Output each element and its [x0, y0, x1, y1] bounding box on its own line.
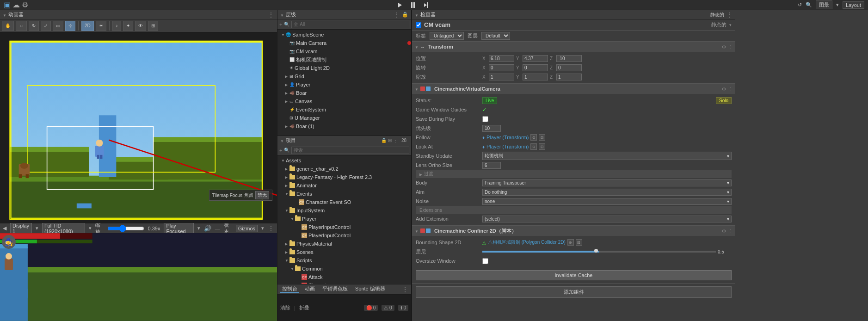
invalidate-cache-btn[interactable]: Invalidate Cache — [416, 270, 732, 280]
position-y[interactable] — [523, 55, 548, 62]
tree-item-eventsystem[interactable]: ⚡ EventSystem — [277, 105, 411, 114]
standby-dropdown[interactable]: 轮循机制 ▾ — [482, 152, 732, 160]
lookat-btn1[interactable]: ⊙ — [530, 143, 537, 150]
tree-assets[interactable]: Assets — [277, 156, 411, 165]
fx-btn[interactable]: ✦ — [123, 21, 133, 31]
add-ext-dropdown[interactable]: (select) ▾ — [482, 216, 732, 222]
confiner-header[interactable]: Cinemachine Confiner 2D（脚本） ⚙ ⋮ — [412, 226, 735, 236]
mute-icon[interactable]: — — [215, 226, 220, 231]
sdp-checkbox[interactable] — [482, 116, 488, 122]
position-z[interactable] — [556, 55, 582, 62]
add-component-btn[interactable]: 添加组件 — [416, 286, 732, 298]
tree-item-boar1[interactable]: 🐗 Boar (1) — [277, 122, 411, 130]
tree-item-maincamera[interactable]: 📷 Main Camera — [277, 39, 411, 47]
bounding-btn2[interactable]: ⊡ — [576, 239, 582, 246]
scale-tool[interactable]: ⤢ — [41, 21, 51, 31]
inspector-menu[interactable]: ⋮ — [726, 11, 733, 19]
confiner-settings[interactable]: ⚙ — [722, 228, 726, 234]
lookat-btn2[interactable]: ⊡ — [539, 143, 545, 150]
console-tab-tilemap[interactable]: 平铺调色板 — [320, 285, 350, 293]
transform-tool[interactable]: ⊹ — [65, 21, 75, 31]
tree-char-event-so[interactable]: C# Character Event SO — [277, 198, 411, 206]
transform-menu[interactable]: ⋮ — [728, 44, 733, 49]
tree-item-canvas[interactable]: ▭ Canvas — [277, 97, 411, 105]
tree-item-uimanager[interactable]: ⊞ UIManager — [277, 114, 411, 122]
lighting-btn[interactable]: ☀ — [96, 21, 106, 31]
layout-value[interactable]: Layout — [843, 1, 864, 9]
rect-tool[interactable]: ▭ — [53, 21, 63, 31]
tree-events[interactable]: Events — [277, 190, 411, 198]
console-menu[interactable]: ⋮ — [402, 286, 408, 293]
hierarchy-search[interactable] — [291, 21, 409, 28]
position-x[interactable] — [489, 55, 514, 62]
confiner-menu[interactable]: ⋮ — [728, 228, 733, 234]
tree-item-samplescene[interactable]: 🌐 SampleScene — [277, 31, 411, 39]
rotation-y[interactable] — [523, 64, 548, 71]
pause-button[interactable] — [408, 1, 418, 9]
tree-scripts[interactable]: Scripts — [277, 256, 411, 265]
follow-btn1[interactable]: ⊙ — [530, 134, 537, 141]
console-tab-console[interactable]: 控制台 — [280, 285, 299, 293]
volume-icon[interactable]: 🔊 — [204, 225, 211, 232]
transform-header[interactable]: ↔ Transform ⚙ ⋮ — [412, 42, 735, 52]
tag-dropdown[interactable]: Untagged — [430, 32, 464, 40]
scale-z[interactable] — [556, 74, 582, 80]
focus-dropdown[interactable]: 禁无 — [255, 191, 269, 199]
cinemachine-settings[interactable]: ⚙ — [722, 86, 726, 92]
tree-item-global-light[interactable]: ☀ Global Light 2D — [277, 64, 411, 72]
tree-legacy[interactable]: Legacy-Fantasy - High Forest 2.3 — [277, 173, 411, 181]
tree-item-camera-region[interactable]: ⬜ 相机区域限制 — [277, 56, 411, 64]
tree-player-ctrl-1[interactable]: C# PlayerInputControl — [277, 223, 411, 231]
transform-settings[interactable]: ⚙ — [722, 44, 726, 49]
tree-physics-material[interactable]: PhysicsMaterial — [277, 240, 411, 248]
solo-btn[interactable]: Solo — [716, 97, 732, 104]
tree-common[interactable]: Common — [277, 265, 411, 273]
move-tool[interactable]: ↔ — [16, 21, 27, 31]
static-toggle[interactable]: 静态的 — [711, 21, 726, 28]
scene-viewport[interactable]: Tilemap Focus 焦点 禁无 — [0, 32, 277, 223]
scale-slider[interactable] — [107, 225, 144, 232]
hierarchy-menu[interactable]: ⋮ — [394, 11, 400, 19]
tree-generic-char[interactable]: generic_char_v0.2 — [277, 165, 411, 173]
toolbar-menu[interactable]: ⋮ — [268, 225, 274, 232]
play-button[interactable] — [395, 1, 405, 9]
add-project-btn[interactable]: + — [279, 148, 282, 153]
rotation-z[interactable] — [556, 64, 582, 71]
tree-attack[interactable]: C# Attack — [277, 273, 411, 281]
body-dropdown[interactable]: Framing Transposer ▾ — [482, 179, 732, 186]
2d-btn[interactable]: 2D — [81, 21, 94, 31]
cinemachine-menu[interactable]: ⋮ — [728, 86, 733, 92]
console-tab-sprite[interactable]: Sprite 编辑器 — [353, 285, 387, 293]
tree-animator[interactable]: Animator — [277, 181, 411, 190]
rotation-x[interactable] — [489, 64, 514, 71]
scale-y[interactable] — [523, 74, 548, 80]
tree-item-player[interactable]: 👤 Player — [277, 80, 411, 89]
lens-input[interactable] — [482, 162, 501, 169]
step-button[interactable] — [421, 1, 431, 9]
scene-visibility[interactable]: 👁 — [135, 21, 146, 31]
oversize-checkbox[interactable] — [482, 258, 488, 264]
object-active-checkbox[interactable] — [416, 22, 421, 28]
layer-dropdown[interactable]: Default — [481, 32, 510, 40]
tree-input-system[interactable]: InputSystem — [277, 206, 411, 215]
scale-x[interactable] — [489, 74, 514, 80]
layout-label[interactable]: 图景 — [816, 0, 832, 9]
collapse-btn[interactable]: 折叠 — [299, 304, 309, 311]
tree-scenes[interactable]: Scenes — [277, 248, 411, 256]
clear-btn[interactable]: 清除 — [280, 304, 290, 311]
hierarchy-lock[interactable]: 🔒 — [402, 12, 408, 18]
tree-player-input-folder[interactable]: Player — [277, 215, 411, 223]
follow-btn2[interactable]: ⊡ — [539, 134, 545, 141]
tree-item-boar[interactable]: 🐗 Boar — [277, 89, 411, 97]
add-btn[interactable]: + — [279, 22, 282, 27]
tree-item-grid[interactable]: ⊞ Grid — [277, 72, 411, 80]
noise-dropdown[interactable]: none ▾ — [482, 198, 732, 205]
console-tab-animation[interactable]: 动画 — [303, 285, 317, 293]
aim-dropdown[interactable]: Do nothing ▾ — [482, 189, 732, 196]
priority-input[interactable] — [482, 125, 501, 132]
project-search[interactable] — [291, 147, 409, 154]
gizmos-btn[interactable]: Gizmos — [236, 225, 258, 232]
animator-menu[interactable]: ⋮ — [268, 11, 274, 19]
gizmos-btn[interactable]: ⊞ — [148, 21, 158, 31]
tree-item-cmvcam[interactable]: 📷 CM vcam — [277, 47, 411, 56]
